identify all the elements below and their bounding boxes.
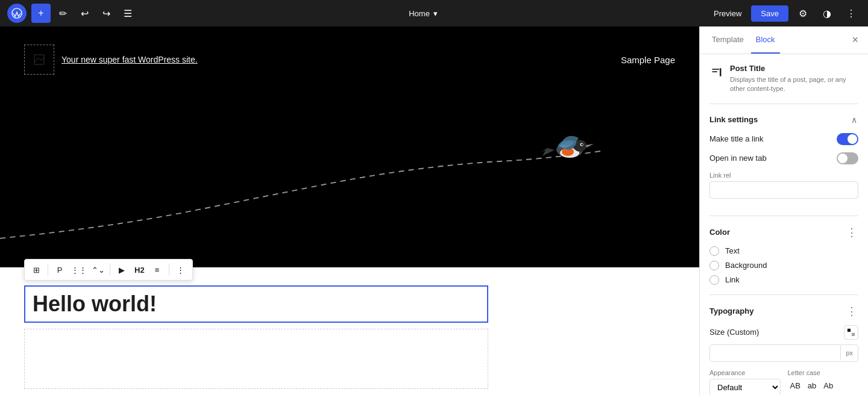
drag-handle-button[interactable]: ⋮⋮ (70, 261, 88, 279)
transform-block-button[interactable]: ⊞ (27, 261, 45, 279)
link-settings-toggle[interactable]: ∧ (850, 114, 858, 126)
bird-image (536, 123, 603, 171)
color-more-button[interactable]: ⋮ (845, 226, 858, 239)
open-new-tab-row: Open in new tab (709, 152, 858, 164)
make-title-link-toggle[interactable] (837, 133, 858, 145)
add-block-button[interactable]: + (31, 4, 51, 23)
list-view-icon: ☰ (124, 8, 132, 19)
color-option-background[interactable]: Background (709, 261, 858, 270)
appearance-select[interactable]: Default Bold Light (709, 379, 781, 395)
site-title[interactable]: Your new super fast WordPress site. (61, 55, 198, 64)
letter-case-uppercase-button[interactable]: AB (788, 379, 803, 393)
svg-line-2 (34, 58, 38, 62)
undo-button[interactable]: ↩ (75, 4, 94, 23)
typography-section-title: Typography (709, 306, 753, 316)
chevron-down-icon: ▾ (433, 9, 438, 18)
color-text-label: Text (725, 246, 740, 255)
typography-size-row: Size (Custom) (709, 325, 858, 340)
post-title-icon (709, 65, 724, 79)
edit-button[interactable]: ✏ (53, 4, 72, 23)
text-align-icon: ≡ (155, 266, 160, 275)
link-rel-input[interactable] (709, 181, 858, 199)
text-align-button[interactable]: ≡ (148, 261, 166, 279)
redo-icon: ↪ (102, 8, 110, 19)
toggle-knob-off (838, 154, 848, 163)
svg-point-10 (581, 144, 583, 146)
hero-section: Your new super fast WordPress site. Samp… (0, 26, 699, 267)
wp-logo[interactable] (7, 4, 27, 23)
toggle-slider-off (837, 152, 858, 164)
transform-icon: ⊞ (33, 266, 40, 275)
block-more-button[interactable]: ⋮ (172, 261, 190, 279)
svg-rect-15 (852, 333, 855, 336)
letter-case-col: Letter case AB ab Ab (788, 369, 859, 393)
letter-case-label: Letter case (788, 369, 859, 376)
letter-case-options: AB ab Ab (788, 379, 859, 393)
typography-size-reset-button[interactable] (844, 325, 858, 340)
color-section-title: Color (709, 228, 730, 237)
move-button[interactable]: ⌃⌄ (89, 261, 107, 279)
letter-case-capitalize-button[interactable]: Ab (821, 379, 835, 393)
move-icon: ⌃⌄ (92, 266, 105, 275)
svg-line-4 (42, 58, 44, 60)
redo-button[interactable]: ↪ (96, 4, 116, 23)
typography-more-button[interactable]: ⋮ (845, 305, 858, 318)
drag-icon: ⋮⋮ (71, 266, 87, 275)
toolbar-right: Preview Save ⚙ ◑ ⋮ (709, 4, 861, 23)
svg-line-3 (38, 58, 42, 60)
tab-template[interactable]: Template (707, 26, 749, 54)
typography-size-unit[interactable]: px (840, 346, 858, 360)
toggle-slider-on (837, 133, 858, 145)
divider-1 (709, 104, 858, 104)
open-new-tab-toggle[interactable] (837, 152, 858, 164)
color-radio-background (709, 261, 719, 270)
typography-size-label: Size (Custom) (709, 328, 759, 337)
site-logo-placeholder (24, 45, 54, 75)
color-option-text[interactable]: Text (709, 246, 858, 256)
color-option-link[interactable]: Link (709, 275, 858, 285)
typography-size-input[interactable] (710, 345, 840, 361)
color-options: Text Background Link (709, 246, 858, 285)
more-options-button[interactable]: ⋮ (841, 4, 861, 23)
svg-rect-12 (712, 71, 717, 72)
svg-point-5 (556, 143, 583, 157)
page-selector[interactable]: Home ▾ (404, 7, 442, 20)
heading-tag-label[interactable]: H2 (132, 266, 147, 275)
list-view-button[interactable]: ☰ (118, 4, 137, 23)
svg-rect-11 (712, 69, 720, 70)
page-title: Home (409, 9, 430, 18)
block-align-button[interactable]: P (51, 261, 69, 279)
site-logo-area: Your new super fast WordPress site. (24, 45, 198, 75)
paragraph-placeholder[interactable] (24, 329, 488, 389)
preview-button[interactable]: Preview (709, 7, 746, 20)
make-title-link-row: Make title a link (709, 133, 858, 145)
more-options-icon: ⋮ (177, 266, 184, 275)
toggle-knob (848, 134, 857, 144)
link-settings-title: Link settings (709, 115, 758, 124)
svg-point-6 (560, 148, 579, 158)
tab-block[interactable]: Block (751, 26, 780, 54)
sidebar-content: Post Title Displays the title of a post,… (700, 54, 868, 395)
block-description: Displays the title of a post, page, or a… (730, 75, 858, 94)
color-link-label: Link (725, 275, 740, 284)
link-rel-label: Link rel (709, 172, 858, 179)
settings-icon-button[interactable]: ⚙ (793, 4, 813, 23)
top-toolbar: + ✏ ↩ ↪ ☰ Home ▾ Preview Save ⚙ ◑ ⋮ (0, 0, 868, 26)
theme-icon-button[interactable]: ◑ (817, 4, 837, 23)
sidebar-close-button[interactable]: × (849, 31, 861, 49)
svg-point-7 (562, 148, 574, 156)
nav-item[interactable]: Sample Page (621, 55, 675, 65)
block-title: Post Title (730, 64, 858, 73)
save-button[interactable]: Save (751, 5, 788, 22)
block-title-text: Post Title Displays the title of a post,… (730, 64, 858, 94)
letter-case-lowercase-button[interactable]: ab (805, 379, 819, 393)
appearance-col: Appearance Default Bold Light (709, 369, 781, 395)
hero-animation-area (0, 99, 699, 267)
appearance-label: Appearance (709, 369, 781, 376)
block-align-center-button[interactable]: ▶ (113, 261, 131, 279)
heading-block[interactable]: Hello world! (24, 285, 488, 323)
color-radio-link (709, 275, 719, 285)
toolbar-center: Home ▾ (140, 7, 706, 20)
appearance-row: Appearance Default Bold Light Letter cas… (709, 369, 858, 395)
typography-section-header: Typography ⋮ (709, 305, 858, 318)
